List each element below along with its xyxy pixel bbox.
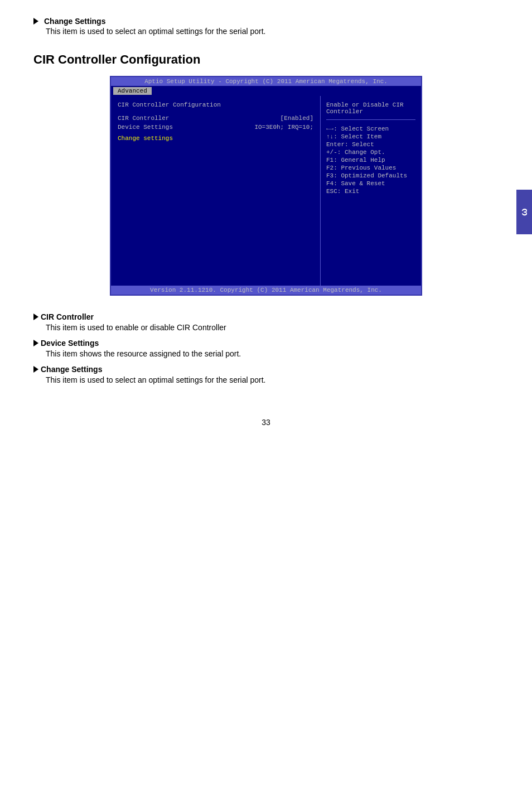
bios-device-settings-label: Device Settings [118, 124, 173, 131]
section-heading: CIR Controller Configuration [33, 52, 499, 67]
bullet-triangle-icon [33, 18, 38, 25]
bottom-item-device-settings: Device Settings This item shows the reso… [33, 339, 499, 358]
bios-body: CIR Controller Configuration CIR Control… [111, 96, 421, 286]
bottom-section: CIR Controller This item is used to enab… [33, 312, 499, 384]
bios-key-select-screen: ←→: Select Screen [326, 126, 415, 132]
bottom-cir-controller-desc: This item is used to enable or disable C… [46, 323, 499, 332]
chapter-tab: ω [516, 190, 532, 234]
bios-change-settings-link[interactable]: Change settings [118, 135, 313, 142]
top-change-settings-title: Change Settings [33, 17, 499, 26]
bios-footer: Version 2.11.1210. Copyright (C) 2011 Am… [111, 286, 421, 295]
bios-key-hints: ←→: Select Screen ↑↓: Select Item Enter:… [326, 126, 415, 195]
bios-device-settings-value: IO=3E0h; IRQ=10; [254, 124, 313, 131]
bottom-cir-controller-title: CIR Controller [33, 312, 499, 321]
bios-section-title: CIR Controller Configuration [118, 102, 313, 108]
bios-key-f4: F4: Save & Reset [326, 180, 415, 187]
bullet-triangle-icon [33, 314, 38, 320]
bios-cir-controller-label: CIR Controller [118, 115, 169, 122]
bottom-device-settings-title: Device Settings [33, 339, 499, 348]
bios-right-panel: Enable or Disable CIRController ←→: Sele… [321, 96, 421, 286]
page-number: 33 [33, 418, 499, 427]
bios-screenshot: Aptio Setup Utility - Copyright (C) 2011… [110, 76, 422, 296]
bios-advanced-tab[interactable]: Advanced [113, 87, 152, 95]
bios-cir-controller-value: [Enabled] [280, 115, 313, 122]
bullet-triangle-icon [33, 340, 38, 346]
bottom-item-cir-controller: CIR Controller This item is used to enab… [33, 312, 499, 332]
bios-key-f2: F2: Previous Values [326, 165, 415, 171]
bios-help-text: Enable or Disable CIRController [326, 102, 415, 115]
bios-title-bar: Aptio Setup Utility - Copyright (C) 2011… [111, 77, 421, 86]
bullet-triangle-icon [33, 366, 38, 373]
bios-divider [326, 119, 415, 120]
bios-key-esc: ESC: Exit [326, 188, 415, 195]
bios-tab-bar: Advanced [111, 86, 421, 96]
top-change-settings-item: Change Settings This item is used to sel… [33, 17, 499, 36]
bios-key-f1: F1: General Help [326, 157, 415, 163]
bios-key-enter: Enter: Select [326, 141, 415, 148]
bottom-change-settings-title: Change Settings [33, 365, 499, 374]
bottom-change-settings-desc: This item is used to select an optimal s… [46, 375, 499, 384]
bios-left-panel: CIR Controller Configuration CIR Control… [111, 96, 321, 286]
bios-row-cir-controller: CIR Controller [Enabled] [118, 115, 313, 122]
bios-key-select-item: ↑↓: Select Item [326, 133, 415, 140]
bottom-device-settings-desc: This item shows the resource assigned to… [46, 349, 499, 358]
bios-row-device-settings: Device Settings IO=3E0h; IRQ=10; [118, 124, 313, 131]
bios-key-f3: F3: Optimized Defaults [326, 172, 415, 179]
bios-key-change-opt: +/-: Change Opt. [326, 149, 415, 156]
top-change-settings-desc: This item is used to select an optimal s… [46, 27, 499, 36]
bottom-item-change-settings: Change Settings This item is used to sel… [33, 365, 499, 384]
